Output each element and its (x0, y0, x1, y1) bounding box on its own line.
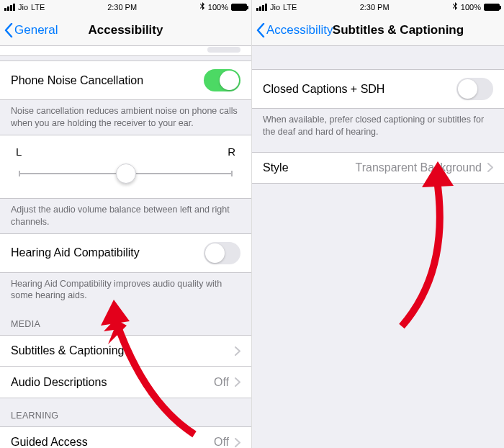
battery-icon (231, 4, 247, 11)
footer-balance: Adjust the audio volume balance between … (0, 199, 251, 233)
row-style[interactable]: Style Transparent Background (252, 152, 504, 184)
carrier-label: Jio (270, 3, 280, 12)
phone-subtitles: Jio LTE 2:30 PM 100% Accessibility Subti… (252, 0, 504, 448)
slider-thumb[interactable] (116, 163, 136, 184)
back-label: Accessibility (266, 23, 333, 37)
back-button-accessibility[interactable]: Accessibility (252, 23, 333, 37)
row-value: Transparent Background (355, 161, 482, 174)
row-audio-descriptions[interactable]: Audio Descriptions Off (0, 367, 251, 398)
back-button-general[interactable]: General (0, 23, 58, 37)
status-bar: Jio LTE 2:30 PM 100% (0, 0, 251, 14)
signal-icon (256, 4, 267, 11)
row-label: Phone Noise Cancellation (11, 74, 204, 87)
toggle-noise-cancellation[interactable] (204, 69, 240, 91)
battery-pct: 100% (461, 3, 481, 12)
toggle-closed-captions[interactable] (456, 78, 493, 100)
nav-bar: General Accessibility (0, 14, 251, 46)
balance-right-label: R (228, 145, 235, 158)
row-hearing-aid[interactable]: Hearing Aid Compatibility (0, 233, 251, 273)
status-bar: Jio LTE 2:30 PM 100% (252, 0, 504, 14)
nav-bar: Accessibility Subtitles & Captioning (252, 14, 504, 46)
row-closed-captions[interactable]: Closed Captions + SDH (252, 69, 504, 109)
row-guided-access[interactable]: Guided Access Off (0, 426, 251, 448)
battery-pct: 100% (208, 3, 228, 12)
row-noise-cancellation[interactable]: Phone Noise Cancellation (0, 61, 251, 100)
prev-row-peek (0, 46, 251, 56)
bluetooth-icon (199, 2, 205, 12)
chevron-right-icon (235, 346, 240, 356)
toggle-hearing-aid[interactable] (204, 242, 240, 264)
row-label: Audio Descriptions (11, 376, 214, 389)
footer-hearing: Hearing Aid Compatibility improves audio… (0, 273, 251, 308)
balance-slider[interactable] (13, 163, 238, 184)
footer-cc: When available, prefer closed captioning… (252, 109, 504, 143)
signal-icon (4, 4, 15, 11)
row-audio-balance: L R (0, 135, 251, 199)
row-label: Hearing Aid Compatibility (11, 246, 204, 259)
chevron-right-icon (487, 163, 493, 172)
row-label: Guided Access (11, 436, 214, 448)
row-subtitles-captioning[interactable]: Subtitles & Captioning (0, 335, 251, 367)
bluetooth-icon (452, 2, 458, 12)
section-header-learning: LEARNING (0, 398, 251, 426)
network-label: LTE (283, 3, 297, 12)
chevron-right-icon (235, 438, 240, 447)
footer-noise: Noise cancellation reduces ambient noise… (0, 100, 251, 135)
settings-list[interactable]: Phone Noise Cancellation Noise cancellat… (0, 46, 251, 448)
clock: 2:30 PM (107, 3, 137, 12)
row-label: Subtitles & Captioning (11, 344, 229, 357)
back-label: General (14, 23, 58, 37)
network-label: LTE (31, 3, 45, 12)
row-label: Closed Captions + SDH (263, 83, 456, 96)
balance-left-label: L (16, 145, 22, 158)
clock: 2:30 PM (360, 3, 390, 12)
section-header-media: MEDIA (0, 307, 251, 335)
row-label: Style (263, 161, 355, 174)
chevron-right-icon (235, 377, 240, 387)
settings-list[interactable]: Closed Captions + SDH When available, pr… (252, 46, 504, 448)
row-value: Off (214, 376, 229, 389)
phone-accessibility: Jio LTE 2:30 PM 100% General Accessibili… (0, 0, 252, 448)
battery-icon (484, 4, 500, 11)
carrier-label: Jio (18, 3, 28, 12)
row-value: Off (214, 436, 229, 448)
